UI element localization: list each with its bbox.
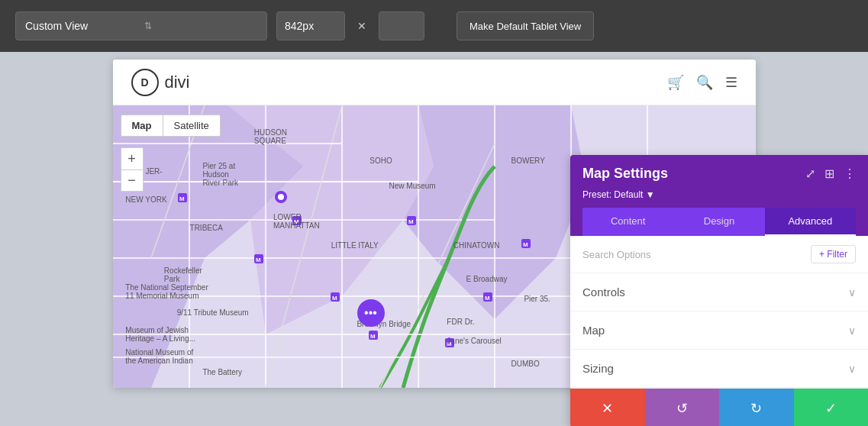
save-button[interactable]: ✓ bbox=[794, 389, 869, 426]
search-options-row: Search Options + Filter bbox=[570, 236, 868, 273]
map-label-hudson: HUDSONSQUARE bbox=[254, 128, 287, 145]
map-label-little-italy: LITTLE ITALY bbox=[331, 241, 379, 250]
save-icon: ✓ bbox=[825, 400, 837, 417]
svg-point-41 bbox=[278, 194, 284, 200]
settings-section-map[interactable]: Map ∨ bbox=[570, 311, 868, 350]
divi-logo: D divi bbox=[131, 69, 190, 96]
svg-text:M: M bbox=[523, 241, 528, 248]
tab-advanced[interactable]: Advanced bbox=[765, 208, 856, 236]
cancel-icon: ✕ bbox=[602, 400, 613, 417]
custom-view-arrow: ⇅ bbox=[144, 21, 257, 31]
settings-section-controls[interactable]: Controls ∨ bbox=[570, 273, 868, 311]
settings-header: Map Settings ⤢ ⊞ ⋮ Preset: Default ▼ Con… bbox=[570, 155, 868, 236]
menu-icon[interactable]: ☰ bbox=[725, 74, 737, 91]
svg-text:M: M bbox=[179, 195, 185, 202]
search-icon[interactable]: 🔍 bbox=[696, 74, 713, 91]
map-label-museum-jewish: Museum of JewishHeritage – A Living... bbox=[125, 326, 195, 343]
settings-title: Map Settings bbox=[582, 166, 668, 182]
map-label-pier35: Pier 35. bbox=[524, 295, 550, 303]
map-label-soho: SOHO bbox=[369, 157, 392, 165]
px-input[interactable]: 842px bbox=[276, 11, 345, 40]
svg-text:M: M bbox=[408, 218, 414, 225]
controls-chevron-icon: ∨ bbox=[848, 286, 856, 299]
map-label-battery: The Battery bbox=[202, 368, 242, 376]
settings-section-sizing[interactable]: Sizing ∨ bbox=[570, 350, 868, 388]
map-label-tribeca: TRIBECA bbox=[190, 224, 223, 232]
dots-icon: ••• bbox=[364, 306, 377, 320]
map-label-e-broadway: E Broadway bbox=[466, 275, 508, 283]
settings-body: Search Options + Filter Controls ∨ Map ∨… bbox=[570, 236, 868, 388]
reset-button[interactable]: ↺ bbox=[645, 389, 720, 426]
toolbar: Custom View ⇅ 842px ✕ Make Default Table… bbox=[0, 0, 868, 52]
map-type-controls: Map Satellite bbox=[121, 115, 221, 137]
site-nav-icons: 🛒 🔍 ☰ bbox=[667, 74, 737, 91]
fullscreen-icon[interactable]: ⤢ bbox=[805, 166, 815, 181]
filter-button[interactable]: + Filter bbox=[811, 245, 856, 263]
px-close-icon[interactable]: ✕ bbox=[357, 20, 366, 32]
px-extra-input[interactable] bbox=[379, 11, 424, 40]
svg-text:M: M bbox=[485, 295, 490, 302]
settings-header-icons: ⤢ ⊞ ⋮ bbox=[805, 166, 856, 181]
make-default-button[interactable]: Make Default Tablet View bbox=[457, 11, 594, 40]
tab-design[interactable]: Design bbox=[673, 208, 764, 236]
zoom-out-btn[interactable]: − bbox=[121, 169, 143, 191]
more-icon[interactable]: ⋮ bbox=[844, 166, 856, 181]
tab-content[interactable]: Content bbox=[582, 208, 673, 236]
map-label-chinatown: CHINATOWN bbox=[453, 241, 500, 250]
svg-text:M: M bbox=[370, 333, 376, 340]
preset-label: Preset: bbox=[582, 189, 611, 200]
map-label-fdr: FDR Dr. bbox=[447, 318, 474, 326]
custom-view-select[interactable]: Custom View ⇅ bbox=[15, 11, 267, 40]
map-chevron-icon: ∨ bbox=[848, 324, 856, 337]
site-header: D divi 🛒 🔍 ☰ bbox=[113, 60, 756, 105]
svg-text:M: M bbox=[332, 295, 337, 302]
map-dots-button[interactable]: ••• bbox=[357, 299, 385, 327]
custom-view-label: Custom View bbox=[25, 20, 138, 32]
split-icon[interactable]: ⊞ bbox=[824, 166, 834, 181]
action-bar: ✕ ↺ ↻ ✓ bbox=[570, 388, 868, 426]
map-label-dumbo: DUMBO bbox=[511, 360, 540, 368]
map-label-lower-manhattan: LOWERMANHATTAN bbox=[273, 213, 320, 230]
logo-letter: D bbox=[140, 76, 148, 89]
settings-title-row: Map Settings ⤢ ⊞ ⋮ bbox=[582, 166, 856, 182]
cancel-button[interactable]: ✕ bbox=[570, 389, 645, 426]
sizing-chevron-icon: ∨ bbox=[848, 363, 856, 375]
map-label-rockefeller-park: RockefellerPark bbox=[164, 266, 202, 283]
px-value: 842px bbox=[285, 20, 314, 32]
redo-button[interactable]: ↻ bbox=[719, 389, 794, 426]
map-label-bowery: BOWERY bbox=[511, 157, 545, 165]
preview-container: D divi 🛒 🔍 ☰ bbox=[0, 52, 868, 426]
map-label-ny: NEW YORK bbox=[125, 195, 166, 204]
settings-tabs: Content Design Advanced bbox=[582, 208, 856, 236]
map-label-janes-carousel: Jane's Carousel bbox=[447, 337, 501, 345]
cart-icon[interactable]: 🛒 bbox=[667, 74, 684, 91]
logo-text: divi bbox=[165, 73, 190, 92]
zoom-in-btn[interactable]: + bbox=[121, 148, 143, 169]
map-label-sept11: The National September11 Memorial Museum bbox=[125, 283, 208, 300]
sizing-label: Sizing bbox=[582, 362, 614, 375]
map-label-911-tribute: 9/11 Tribute Museum bbox=[177, 308, 249, 317]
map-label-pier25: Pier 25 atHudsonRiver Park bbox=[202, 162, 238, 187]
svg-text:M: M bbox=[256, 257, 261, 263]
controls-label: Controls bbox=[582, 286, 625, 299]
map-type-satellite-btn[interactable]: Satellite bbox=[163, 115, 220, 136]
preset-value[interactable]: Default ▼ bbox=[614, 189, 654, 200]
settings-panel: Map Settings ⤢ ⊞ ⋮ Preset: Default ▼ Con… bbox=[570, 155, 868, 426]
redo-icon: ↻ bbox=[750, 400, 762, 417]
map-label-national-museum: National Museum ofthe American Indian bbox=[125, 348, 193, 365]
reset-icon: ↺ bbox=[676, 400, 688, 417]
map-type-map-btn[interactable]: Map bbox=[121, 115, 163, 136]
map-zoom-controls: + − bbox=[121, 147, 144, 192]
search-options-label: Search Options bbox=[582, 249, 651, 260]
main-area: D divi 🛒 🔍 ☰ bbox=[0, 52, 868, 426]
map-label: Map bbox=[582, 324, 605, 337]
divi-logo-circle: D bbox=[131, 69, 159, 96]
map-label-new-museum: New Museum bbox=[389, 182, 436, 190]
settings-preset: Preset: Default ▼ bbox=[582, 189, 856, 200]
